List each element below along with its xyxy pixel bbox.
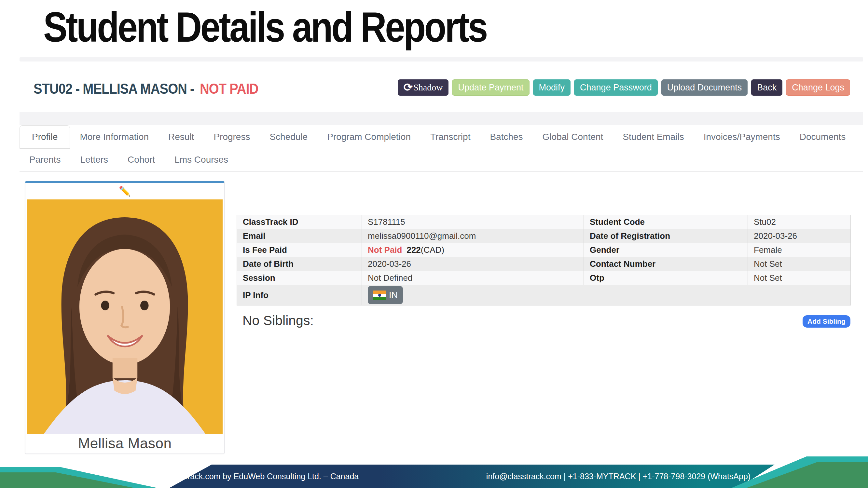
student-photo [27,199,223,434]
field-label: Email [237,229,362,243]
fee-amount: 222 [406,245,421,255]
tab-transcript[interactable]: Transcript [421,125,480,149]
student-portrait-illustration [27,199,223,434]
india-flag-icon [373,291,386,300]
fee-status: Not Paid [368,245,402,255]
field-label: Gender [584,243,748,257]
modify-button[interactable]: Modify [533,79,571,96]
ip-info-cell: IN [362,285,851,305]
table-row: Email melissa0900110@gmail.com Date of R… [237,229,851,243]
tab-batches[interactable]: Batches [480,125,532,149]
divider-strip-header [20,112,863,125]
divider-strip-top [20,57,863,62]
photo-edit-strip: ✏️ [25,183,224,199]
payment-status-label: NOT PAID [200,81,258,97]
field-label: Date of Registration [584,229,748,243]
tab-schedule[interactable]: Schedule [260,125,317,149]
tab-student-emails[interactable]: Student Emails [613,125,693,149]
action-button-bar: ⟳ Shadow Update Payment Modify Change Pa… [398,79,850,96]
tab-bar-row2: Parents Letters Cohort Lms Courses [20,149,238,171]
footer-contact: info@classtrack.com | +1-833-MYTRACK | +… [501,464,736,488]
add-sibling-button[interactable]: Add Sibling [803,315,850,328]
field-label: Is Fee Paid [237,243,362,257]
table-row: Is Fee Paid Not Paid222(CAD) Gender Fema… [237,243,851,257]
field-label: Contact Number [584,257,748,271]
change-password-button[interactable]: Change Password [574,79,658,96]
student-header: STU02 - MELLISA MASON - NOT PAID [33,81,258,97]
tab-program-completion[interactable]: Program Completion [317,125,421,149]
field-label: Otp [584,271,748,285]
sync-icon: ⟳ [404,82,413,93]
back-button[interactable]: Back [751,79,782,96]
student-photo-name: Mellisa Mason [25,434,224,453]
change-logs-button[interactable]: Change Logs [786,79,850,96]
shadow-button-label: Shadow [413,82,443,93]
tab-bar-row1: Profile More Information Result Progress… [20,125,855,149]
field-label: ClassTrack ID [237,215,362,229]
tab-bar-underline [20,171,863,172]
tab-lms-courses[interactable]: Lms Courses [165,149,238,171]
update-payment-button[interactable]: Update Payment [452,79,529,96]
field-value: Not Set [748,271,851,285]
field-value: Female [748,243,851,257]
table-row: Date of Birth 2020-03-26 Contact Number … [237,257,851,271]
field-label: Session [237,271,362,285]
upload-documents-button[interactable]: Upload Documents [661,79,748,96]
no-siblings-text: No Siblings: [243,313,314,328]
field-value: S1781115 [362,215,584,229]
student-details-table: ClassTrack ID S1781115 Student Code Stu0… [237,215,851,305]
tab-profile[interactable]: Profile [20,125,70,149]
country-code: IN [389,290,398,300]
field-label: Student Code [584,215,748,229]
tab-documents[interactable]: Documents [790,125,856,149]
student-details-page: Student Details and Reports STU02 - MELL… [0,0,868,488]
student-photo-card: ✏️ Mellisa Mason [25,181,224,454]
footer-copyright: © 2021 – Classtrack.com by EduWeb Consul… [88,464,400,488]
field-value: Not Defined [362,271,584,285]
field-value: 2020-03-26 [362,257,584,271]
table-row: ClassTrack ID S1781115 Student Code Stu0… [237,215,851,229]
ip-country-badge[interactable]: IN [368,286,403,304]
tab-more-information[interactable]: More Information [70,125,158,149]
fee-currency: (CAD) [421,245,444,255]
tab-result[interactable]: Result [158,125,204,149]
student-name: STU02 - MELLISA MASON - [33,81,194,97]
tab-letters[interactable]: Letters [71,149,118,171]
table-row: IP Info IN [237,285,851,305]
field-label: IP Info [237,285,362,305]
page-title: Student Details and Reports [43,3,487,52]
field-value: melissa0900110@gmail.com [362,229,584,243]
tab-progress[interactable]: Progress [204,125,260,149]
edit-photo-pencil-icon[interactable]: ✏️ [119,187,131,196]
shadow-button[interactable]: ⟳ Shadow [398,79,449,96]
fee-paid-value: Not Paid222(CAD) [362,243,584,257]
table-row: Session Not Defined Otp Not Set [237,271,851,285]
field-value: Not Set [748,257,851,271]
field-label: Date of Birth [237,257,362,271]
field-value: 2020-03-26 [748,229,851,243]
tab-cohort[interactable]: Cohort [118,149,165,171]
tab-global-content[interactable]: Global Content [533,125,613,149]
field-value: Stu02 [748,215,851,229]
tab-parents[interactable]: Parents [20,149,71,171]
tab-invoices-payments[interactable]: Invoices/Payments [694,125,790,149]
